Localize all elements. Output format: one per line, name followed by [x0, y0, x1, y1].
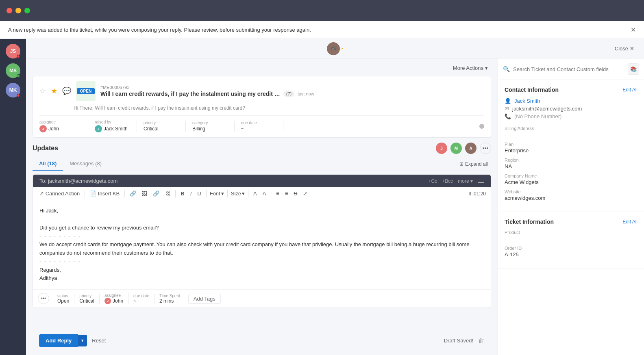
tab-messages[interactable]: Messages (8) — [63, 157, 108, 171]
custom-fields-search-input[interactable] — [513, 66, 624, 72]
strikethrough-button[interactable]: S — [292, 190, 299, 197]
add-reply-button[interactable]: Add Reply — [39, 334, 78, 347]
sidebar-avatar-mk[interactable]: MK — [6, 83, 20, 97]
time-spent-label: Time Spent — [159, 294, 180, 298]
highlight-button[interactable]: A — [261, 190, 268, 197]
contact-person-icon: 👤 — [505, 98, 511, 104]
time-spent-value: 2 mins — [159, 298, 180, 304]
tab-all[interactable]: All (18) — [33, 157, 63, 171]
compose-to-label: To: jacksmith@acmewidgets.com — [39, 178, 117, 184]
cc-button[interactable]: +Cc — [429, 178, 437, 184]
search-custom-fields: 🔍 📚 — [498, 58, 644, 80]
due-date-value: ~ — [241, 126, 276, 132]
priority-label: priority — [144, 121, 179, 125]
assignee-avatar: J — [39, 125, 47, 132]
unlink-icon-button[interactable]: ⛓ — [163, 190, 172, 197]
italic-button[interactable]: I — [189, 190, 194, 197]
more-actions-chevron-icon: ▾ — [485, 65, 488, 71]
knowledge-base-icon[interactable]: 📚 — [628, 63, 639, 75]
bullet-list-button[interactable]: ≡ — [274, 190, 281, 197]
more-options-button[interactable]: more ▾ — [458, 178, 473, 184]
image-icon-button[interactable]: 🖼 — [140, 190, 149, 197]
status-dot-ms — [17, 74, 20, 78]
close-label: Close — [615, 45, 628, 52]
size-chevron-icon: ▾ — [242, 190, 245, 197]
notification-close-button[interactable]: ✕ — [631, 26, 636, 34]
pause-icon[interactable]: ⏸ — [467, 191, 472, 197]
updates-avatar-1: J — [436, 143, 447, 154]
contact-email-row: ✉ jacksmith@acmewidgets.com — [505, 106, 637, 112]
company-name-field: Company Name Acme Widgets — [505, 173, 637, 185]
add-reply-dropdown-button[interactable]: ▾ — [78, 335, 87, 346]
compose-to-bar: To: jacksmith@acmewidgets.com +Cc +Bcc m… — [33, 175, 491, 187]
ticket-edit-all-button[interactable]: Edit All — [622, 219, 637, 225]
body-line-3: Did you get a chance to review my previo… — [39, 224, 484, 232]
status-dot-mk — [17, 94, 20, 97]
numbered-list-button[interactable]: ≡ — [283, 190, 290, 197]
canned-action-button[interactable]: ↗ Canned Action — [38, 190, 81, 197]
chevron-down-icon: ▾ — [470, 178, 473, 184]
separator-4 — [206, 190, 207, 197]
search-icon: 🔍 — [503, 66, 510, 72]
bold-button[interactable]: B — [179, 190, 186, 197]
close-window-button[interactable] — [7, 8, 12, 13]
star-icon[interactable]: ☆ — [39, 87, 46, 95]
expand-all-button[interactable]: ⊞ Expand all — [456, 160, 491, 169]
separator-6 — [248, 190, 248, 197]
assignee-status-label: assignee — [104, 293, 123, 298]
raised-by-avatar: J — [95, 125, 102, 132]
link-icon-button[interactable]: 🔗 — [128, 190, 138, 197]
comment-icon[interactable]: 💬 — [62, 87, 71, 95]
close-ticket-button[interactable]: Close ✕ — [611, 44, 637, 53]
order-id-value: A-125 — [505, 251, 637, 258]
meta-due-date: due date ~ — [235, 121, 283, 132]
body-line-5: Regards, — [39, 266, 484, 275]
assignee-value: J John — [39, 125, 81, 132]
compose-body[interactable]: Hi Jack, Did you get a chance to review … — [33, 200, 491, 289]
updates-avatar-3: A — [465, 143, 476, 154]
expand-editor-button[interactable]: ⤢ — [301, 190, 309, 197]
underline-button[interactable]: U — [196, 190, 202, 197]
sidebar-avatar-ms[interactable]: MS — [6, 63, 20, 78]
raised-by-label: raised by — [95, 120, 130, 124]
status-circle-icon — [479, 124, 484, 129]
category-value: Billing — [192, 126, 228, 132]
right-panel: 🔍 📚 Contact Information Edit All 👤 Jack … — [498, 58, 644, 355]
more-actions-button[interactable]: More Actions ▾ — [450, 63, 491, 73]
bcc-button[interactable]: +Bcc — [442, 178, 453, 184]
sidebar-avatar-js[interactable]: JS — [6, 44, 20, 58]
favorite-star-icon[interactable]: ★ — [51, 87, 57, 95]
delete-draft-button[interactable]: 🗑 — [478, 337, 485, 344]
reset-button[interactable]: Reset — [87, 334, 111, 347]
maximize-window-button[interactable] — [24, 8, 30, 13]
plan-field: Plan Enterprise — [505, 142, 637, 154]
status-row-more-button[interactable]: ••• — [38, 293, 49, 304]
text-color-button[interactable]: A — [252, 190, 259, 197]
meta-status-dot — [479, 124, 484, 129]
open-badge: OPEN — [77, 88, 95, 94]
updates-more-button[interactable]: ••• — [480, 143, 491, 154]
priority-status-value: Critical — [79, 298, 94, 304]
reply-count: (7) — [283, 91, 294, 97]
minimize-icon[interactable] — [478, 182, 484, 183]
insert-kb-button[interactable]: 📄 Insert KB — [88, 190, 121, 197]
notification-message: A new reply was added to this ticket, wh… — [8, 27, 311, 33]
ticket-avatar: 🎮 — [327, 42, 340, 55]
contact-name[interactable]: Jack Smith — [514, 98, 540, 104]
app-container: JS MS MK 🎮 Close ✕ — [0, 39, 644, 355]
product-value: - — [505, 236, 637, 242]
minimize-window-button[interactable] — [15, 8, 21, 13]
body-dashes-1: - - - - - - - - - — [39, 232, 484, 240]
raised-by-value: J Jack Smith — [95, 125, 130, 132]
billing-address-field: Billing Address - — [505, 126, 637, 138]
main-panel: More Actions ▾ ☆ ★ 💬 OPEN — [26, 58, 644, 355]
body-line-4: We do accept credit cards for mortgage p… — [39, 240, 484, 258]
ticket-subject: Will I earn credit rewards, if I pay the… — [100, 91, 280, 97]
more-actions-label: More Actions — [453, 65, 483, 71]
add-tags-button[interactable]: Add Tags — [188, 294, 221, 304]
ticket-info-header: Ticket Information Edit All — [505, 219, 637, 225]
hyperlink-icon-button[interactable]: 🔗 — [151, 190, 161, 197]
contact-edit-all-button[interactable]: Edit All — [622, 87, 637, 93]
contact-email-icon: ✉ — [505, 106, 509, 112]
body-line-2 — [39, 215, 484, 224]
